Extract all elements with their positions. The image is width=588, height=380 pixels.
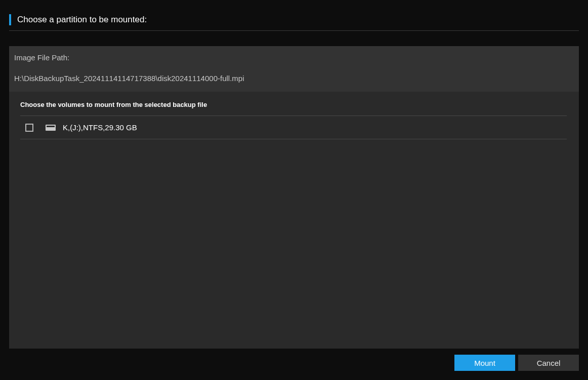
file-path-panel: Image File Path: H:\DiskBackupTask_20241… — [9, 46, 579, 92]
svg-rect-1 — [47, 126, 55, 127]
disk-icon — [46, 125, 56, 131]
cancel-button[interactable]: Cancel — [518, 355, 579, 371]
file-path-label: Image File Path: — [14, 53, 572, 62]
accent-bar — [9, 14, 11, 25]
volume-list-header: Choose the volumes to mount from the sel… — [9, 92, 579, 116]
mount-button[interactable]: Mount — [454, 355, 515, 371]
header: Choose a partition to be mounted: — [9, 14, 579, 31]
volume-checkbox[interactable] — [25, 124, 33, 132]
volume-list-panel: Choose the volumes to mount from the sel… — [9, 92, 579, 349]
footer: Mount Cancel — [9, 349, 579, 380]
file-path-value: H:\DiskBackupTask_20241114114717388\disk… — [14, 74, 572, 83]
svg-rect-0 — [46, 125, 56, 131]
page-title: Choose a partition to be mounted: — [17, 15, 147, 25]
volume-label: K,(J:),NTFS,29.30 GB — [63, 123, 137, 132]
divider — [20, 139, 567, 139]
volume-row[interactable]: K,(J:),NTFS,29.30 GB — [9, 116, 579, 139]
dialog-container: Choose a partition to be mounted: Image … — [0, 0, 588, 380]
